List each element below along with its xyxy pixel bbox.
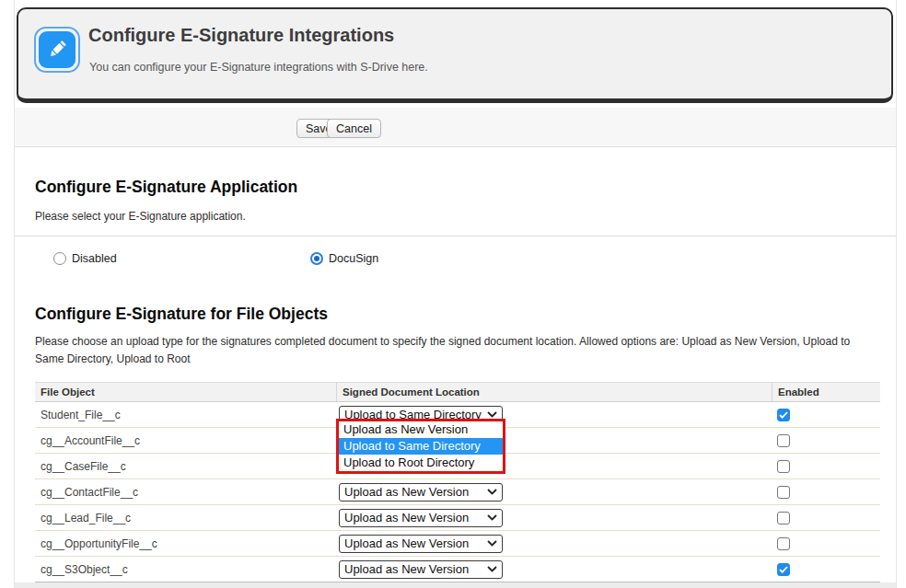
file-objects-table: File Object Signed Document Location Ena…: [35, 382, 880, 582]
file-section-description: Please choose an upload type for the sig…: [35, 333, 862, 368]
file-section-heading: Configure E-Signature for File Objects: [35, 305, 328, 324]
radio-option-disabled[interactable]: Disabled: [53, 252, 117, 265]
chevron-down-icon: [487, 514, 497, 521]
file-object-name: cg__S3Object__c: [35, 557, 336, 582]
table-row: cg__S3Object__c Upload as New Version: [35, 557, 880, 582]
location-select[interactable]: Upload as New Version: [339, 483, 503, 502]
chevron-down-icon: [487, 411, 497, 418]
page-header: Configure E-Signature Integrations You c…: [17, 7, 893, 103]
dropdown-option-new-version[interactable]: Upload as New Version: [339, 421, 503, 438]
table-row: cg__Lead_File__c Upload as New Version: [35, 505, 880, 531]
check-icon: [779, 411, 788, 419]
file-object-name: cg__OpportunityFile__c: [35, 531, 336, 556]
chevron-down-icon: [487, 489, 497, 495]
file-object-name: cg__ContactFile__c: [35, 479, 336, 504]
enabled-checkbox[interactable]: [777, 434, 790, 447]
cancel-button[interactable]: Cancel: [327, 119, 381, 138]
enabled-checkbox[interactable]: [777, 537, 790, 550]
annotation-highlight open-location-dropdown: Upload as New Version Upload to Same Dir…: [336, 419, 505, 474]
table-row: cg__ContactFile__c Upload as New Version: [35, 479, 880, 505]
toolbar: Save Cancel: [15, 108, 896, 147]
location-select[interactable]: Upload as New Version: [339, 560, 503, 579]
chevron-down-icon: [487, 540, 497, 547]
enabled-checkbox[interactable]: [777, 512, 790, 525]
file-object-name: cg__CaseFile__c: [35, 454, 336, 478]
col-header-location: Signed Document Location: [336, 383, 772, 401]
bottom-section-strip: [15, 582, 896, 588]
dropdown-option-root-directory[interactable]: Upload to Root Directory: [339, 455, 503, 471]
table-row: cg__OpportunityFile__c Upload as New Ver…: [35, 531, 880, 557]
app-section-description: Please select your E-Signature applicati…: [35, 208, 246, 225]
location-select[interactable]: Upload as New Version: [339, 535, 503, 553]
section-divider: [15, 236, 896, 236]
radio-docusign-input[interactable]: [310, 252, 323, 265]
enabled-checkbox[interactable]: [777, 486, 790, 499]
pencil-icon-background: [39, 31, 76, 68]
enabled-checkbox[interactable]: [777, 563, 790, 576]
file-object-name: cg__AccountFile__c: [35, 428, 336, 453]
pencil-icon: [34, 27, 80, 73]
radio-docusign-label: DocuSign: [329, 252, 378, 265]
enabled-checkbox[interactable]: [777, 460, 790, 473]
pencil-icon-glyph: [45, 38, 69, 62]
location-select[interactable]: Upload as New Version: [339, 509, 503, 527]
enabled-checkbox[interactable]: [777, 409, 790, 421]
radio-option-docusign[interactable]: DocuSign: [310, 252, 378, 265]
dropdown-option-same-directory[interactable]: Upload to Same Directory: [339, 438, 503, 455]
file-object-name: cg__Lead_File__c: [35, 505, 336, 530]
chevron-down-icon: [487, 566, 497, 572]
table-header-row: File Object Signed Document Location Ena…: [35, 382, 880, 402]
page-subtitle: You can configure your E-Signature integ…: [89, 61, 428, 74]
radio-disabled-label: Disabled: [72, 252, 117, 265]
e-signature-settings-page: Configure E-Signature Integrations You c…: [0, 0, 906, 588]
col-header-file-object: File Object: [35, 383, 336, 401]
file-object-name: Student_File__c: [35, 402, 336, 427]
col-header-enabled: Enabled: [772, 383, 880, 401]
page-title: Configure E-Signature Integrations: [88, 25, 394, 46]
radio-disabled-input[interactable]: [53, 252, 66, 265]
app-section-heading: Configure E-Signature Application: [35, 178, 297, 197]
check-icon: [779, 566, 788, 573]
